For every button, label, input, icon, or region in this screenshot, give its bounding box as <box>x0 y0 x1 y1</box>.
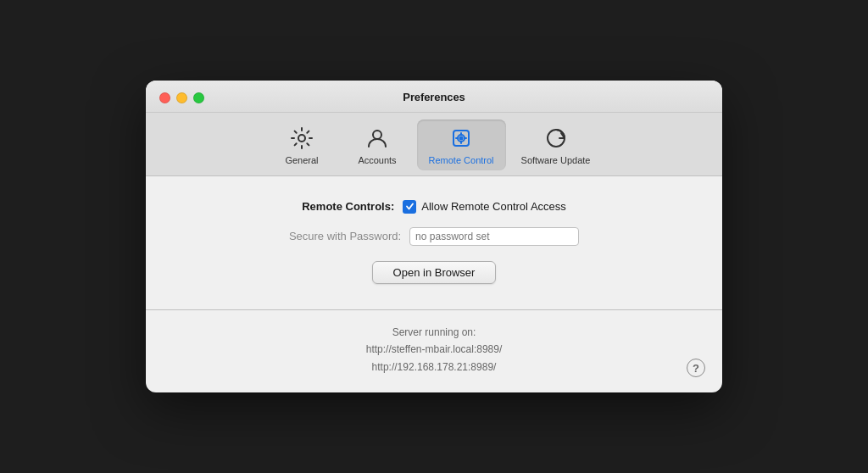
remote-control-icon <box>448 125 475 152</box>
maximize-button[interactable] <box>193 92 204 103</box>
traffic-lights <box>159 92 204 103</box>
remote-controls-row: Remote Controls: Allow Remote Control Ac… <box>180 200 688 214</box>
content-area: Remote Controls: Allow Remote Control Ac… <box>146 176 722 309</box>
remote-controls-label: Remote Controls: <box>302 200 394 213</box>
title-bar: Preferences <box>146 81 722 113</box>
tab-general-label: General <box>285 155 318 165</box>
tab-remote-control-label: Remote Control <box>429 155 494 165</box>
server-line2: http://steffen-mbair.local:8989/ <box>180 341 688 358</box>
tab-remote-control[interactable]: Remote Control <box>417 120 506 170</box>
svg-point-4 <box>460 136 463 139</box>
svg-point-1 <box>373 131 381 139</box>
preferences-window: Preferences General Accounts <box>146 81 722 392</box>
software-update-icon <box>542 125 570 152</box>
server-line1: Server running on: <box>180 324 688 341</box>
tab-software-update[interactable]: Software Update <box>509 120 603 170</box>
bottom-section: Server running on: http://steffen-mbair.… <box>146 309 722 392</box>
tab-software-update-label: Software Update <box>521 155 591 165</box>
secure-password-label: Secure with Password: <box>289 230 401 242</box>
tab-accounts[interactable]: Accounts <box>342 120 414 170</box>
open-browser-button[interactable]: Open in Browser <box>372 261 497 284</box>
help-button[interactable]: ? <box>687 359 705 377</box>
accounts-icon <box>364 125 391 152</box>
button-row: Open in Browser <box>180 261 688 284</box>
close-button[interactable] <box>159 92 170 103</box>
svg-point-0 <box>298 135 305 142</box>
minimize-button[interactable] <box>176 92 187 103</box>
password-input[interactable] <box>409 227 579 246</box>
allow-remote-control-text: Allow Remote Control Access <box>421 200 566 213</box>
password-row: Secure with Password: <box>180 227 688 246</box>
server-info: Server running on: http://steffen-mbair.… <box>180 324 688 376</box>
allow-remote-control-row: Allow Remote Control Access <box>403 200 566 214</box>
allow-remote-control-checkbox[interactable] <box>403 200 416 214</box>
window-title: Preferences <box>159 91 709 112</box>
server-line3: http://192.168.178.21:8989/ <box>180 359 688 376</box>
tab-accounts-label: Accounts <box>358 155 396 165</box>
toolbar: General Accounts Remote Co <box>146 113 722 175</box>
tab-general[interactable]: General <box>266 120 338 170</box>
gear-icon <box>288 125 315 152</box>
